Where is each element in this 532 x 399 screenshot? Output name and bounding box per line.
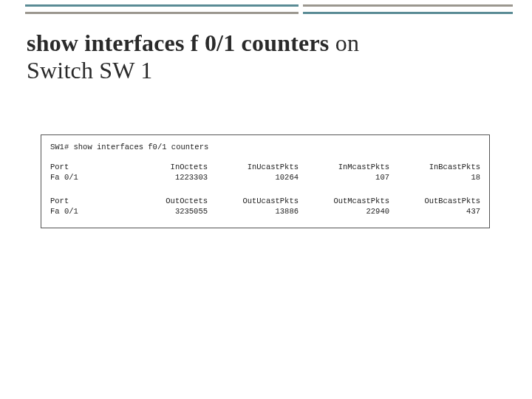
hdr-inucast: InUcastPkts: [208, 163, 299, 173]
prompt-line: SW1# show interfaces f0/1 counters: [50, 143, 480, 152]
out-octets: 3235055: [117, 207, 208, 217]
hdr-outbcast: OutBcastPkts: [389, 197, 480, 207]
in-mcast: 107: [299, 173, 389, 183]
title-trailing: on: [329, 30, 359, 56]
in-data-row: Fa 0/1 1223303 10264 107 18: [50, 173, 480, 183]
out-port: Fa 0/1: [50, 207, 117, 217]
hdr-inoctets: InOctets: [117, 163, 208, 173]
counters-table: Port InOctets InUcastPkts InMcastPkts In…: [50, 163, 480, 217]
in-ucast: 10264: [208, 173, 299, 183]
title-line2: Switch SW 1: [27, 57, 153, 83]
top-decoration: [0, 0, 532, 18]
out-bcast: 437: [389, 207, 480, 217]
out-ucast: 13886: [208, 207, 299, 217]
out-header-row: Port OutOctets OutUcastPkts OutMcastPkts…: [50, 197, 480, 207]
slide: show interfaces f 0/1 counters on Switch…: [0, 0, 532, 399]
out-mcast: 22940: [299, 207, 389, 217]
hdr-port-out: Port: [50, 197, 117, 207]
in-header-row: Port InOctets InUcastPkts InMcastPkts In…: [50, 163, 480, 173]
hdr-port-in: Port: [50, 163, 117, 173]
hdr-outucast: OutUcastPkts: [208, 197, 299, 207]
deco-grey-2: [25, 12, 299, 14]
hdr-outmcast: OutMcastPkts: [299, 197, 389, 207]
hdr-outoctets: OutOctets: [117, 197, 208, 207]
out-data-row: Fa 0/1 3235055 13886 22940 437: [50, 207, 480, 217]
in-bcast: 18: [389, 173, 480, 183]
title-command: show interfaces f 0/1 counters: [27, 30, 329, 56]
hdr-inbcast: InBcastPkts: [389, 163, 480, 173]
slide-title: show interfaces f 0/1 counters on Switch…: [27, 30, 499, 84]
deco-teal-2: [303, 12, 513, 14]
terminal-output: SW1# show interfaces f0/1 counters Port …: [41, 134, 490, 228]
deco-grey-1: [303, 4, 513, 7]
deco-teal-1: [25, 4, 299, 7]
in-port: Fa 0/1: [50, 173, 117, 183]
hdr-inmcast: InMcastPkts: [299, 163, 389, 173]
in-octets: 1223303: [117, 173, 208, 183]
